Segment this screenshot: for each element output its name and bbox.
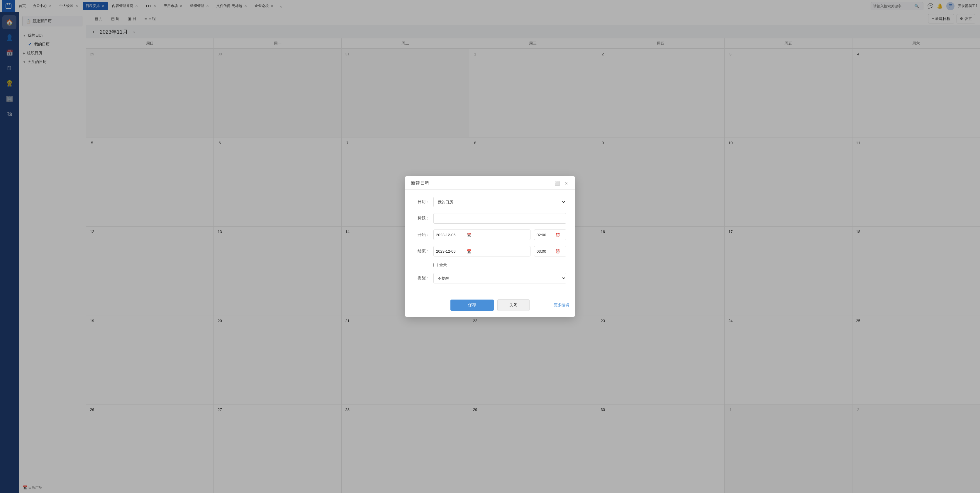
remind-form-row: 提醒： 不提醒 提前5分钟 提前15分钟 提前30分钟 提前1小时 <box>414 273 566 283</box>
end-time-input[interactable]: ⏰ <box>534 246 566 256</box>
end-date-field[interactable] <box>436 249 465 253</box>
calendar-form-label: 日历： <box>414 199 430 205</box>
modal-footer: 保存 关闭 更多编辑 <box>405 296 575 317</box>
start-time-field[interactable] <box>537 233 554 237</box>
end-date-calendar-icon: 📆 <box>466 249 471 253</box>
end-time-clock-icon: ⏰ <box>555 249 560 253</box>
title-input[interactable] <box>433 213 566 224</box>
all-day-checkbox[interactable] <box>433 263 438 267</box>
all-day-row: 全天 <box>414 262 566 267</box>
modal-title: 新建日程 <box>411 180 430 186</box>
start-date-calendar-icon: 📆 <box>466 233 471 237</box>
more-edit-button[interactable]: 更多编辑 <box>554 302 569 308</box>
save-button[interactable]: 保存 <box>450 299 494 311</box>
modal-maximize-icon[interactable]: ⬜ <box>554 181 561 186</box>
calendar-form-row: 日历： 我的日历 <box>414 197 566 207</box>
start-time-input[interactable]: ⏰ <box>534 229 566 240</box>
end-form-label: 结束： <box>414 248 430 254</box>
end-date-input[interactable]: 📆 <box>433 246 530 256</box>
all-day-label[interactable]: 全天 <box>439 262 447 267</box>
start-time-clock-icon: ⏰ <box>555 233 560 237</box>
modal-body: 日历： 我的日历 标题： 开始： 📆 ⏰ <box>405 190 575 296</box>
title-form-label: 标题： <box>414 216 430 221</box>
end-form-row: 结束： 📆 ⏰ <box>414 246 566 256</box>
remind-form-label: 提醒： <box>414 275 430 281</box>
close-button[interactable]: 关闭 <box>497 299 530 311</box>
start-date-field[interactable] <box>436 233 465 237</box>
modal-close-icon[interactable]: ✕ <box>563 181 569 186</box>
remind-select[interactable]: 不提醒 提前5分钟 提前15分钟 提前30分钟 提前1小时 <box>433 273 566 283</box>
modal-overlay[interactable]: 新建日程 ⬜ ✕ 日历： 我的日历 标题： 开始： <box>0 0 980 493</box>
modal-header: 新建日程 ⬜ ✕ <box>405 176 575 190</box>
start-date-input[interactable]: 📆 <box>433 229 530 240</box>
calendar-select[interactable]: 我的日历 <box>433 197 566 207</box>
start-form-row: 开始： 📆 ⏰ <box>414 229 566 240</box>
title-form-row: 标题： <box>414 213 566 224</box>
start-form-label: 开始： <box>414 232 430 237</box>
new-event-modal: 新建日程 ⬜ ✕ 日历： 我的日历 标题： 开始： <box>405 176 575 317</box>
end-time-field[interactable] <box>537 249 554 253</box>
modal-header-btns: ⬜ ✕ <box>554 181 569 186</box>
